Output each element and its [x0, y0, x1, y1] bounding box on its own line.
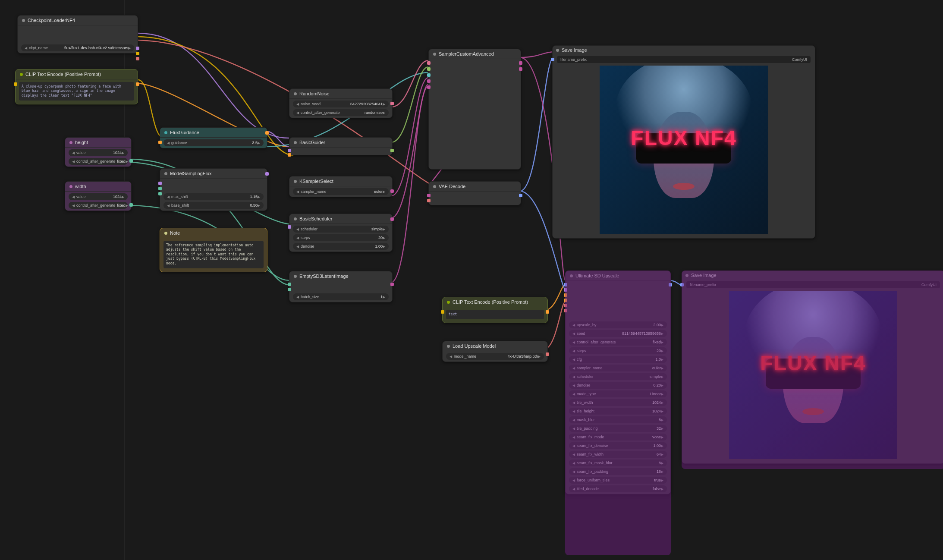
widget-steps[interactable]: ◀steps20▶: [293, 234, 389, 241]
image-preview: FLUX NF4: [600, 66, 768, 234]
node-title: width: [65, 182, 131, 192]
prompt-text[interactable]: text: [446, 310, 544, 319]
node-save-image-2[interactable]: Save Image filename_prefixComfyUI FLUX N…: [682, 271, 943, 464]
widget-seam_fix_mask_blur[interactable]: ◀seam_fix_mask_blur8▶: [569, 459, 667, 466]
node-basic-guider[interactable]: BasicGuider: [289, 137, 393, 155]
node-ksampler-select[interactable]: KSamplerSelect ◀sampler_nameeuler▶: [289, 176, 393, 197]
node-height[interactable]: height ◀value1024▶ ◀control_after_genera…: [65, 137, 132, 167]
node-title: Load Upscale Model: [443, 341, 547, 351]
widget-steps[interactable]: ◀steps20▶: [569, 347, 667, 354]
neon-text: FLUX NF4: [608, 126, 759, 150]
chevron-right-icon: ▶: [128, 46, 131, 50]
widget-seam_fix_width[interactable]: ◀seam_fix_width64▶: [569, 451, 667, 458]
widget-tile_height[interactable]: ◀tile_height1024▶: [569, 408, 667, 415]
node-title: FluxGuidance: [160, 128, 267, 138]
widget-scheduler[interactable]: ◀schedulersimple▶: [569, 373, 667, 380]
widget-ckpt-name[interactable]: ◀ ckpt_name flux/flux1-dev-bnb-nf4-v2.sa…: [21, 44, 134, 51]
widget-mode_type[interactable]: ◀mode_typeLinear▶: [569, 390, 667, 397]
widget-guidance[interactable]: ◀guidance3.5▶: [163, 139, 264, 146]
widget-seam_fix_padding[interactable]: ◀seam_fix_padding16▶: [569, 468, 667, 475]
widget-mask_blur[interactable]: ◀mask_blur8▶: [569, 416, 667, 423]
node-width[interactable]: width ◀value1024▶ ◀control_after_generat…: [65, 181, 132, 211]
node-vae-decode[interactable]: VAE Decode: [428, 181, 521, 205]
widget-cag[interactable]: ◀control_after_generaterandomize▶: [293, 109, 389, 116]
prompt-text[interactable]: A close-up cyberpunk photo featuring a f…: [19, 82, 134, 101]
widget-force_uniform_tiles[interactable]: ◀force_uniform_tilestrue▶: [569, 477, 667, 484]
node-title: Save Image: [553, 46, 815, 54]
widget-value[interactable]: ◀value1024▶: [69, 193, 128, 200]
node-title: EmptySD3LatentImage: [289, 271, 392, 281]
node-clip-positive[interactable]: CLIP Text Encode (Positive Prompt) A clo…: [15, 69, 138, 104]
widget-denoise[interactable]: ◀denoise0.20▶: [569, 382, 667, 389]
widget-filename-prefix[interactable]: filename_prefixComfyUI: [686, 281, 940, 288]
widget-seed[interactable]: ◀noise_seed642729203254041▶: [293, 101, 389, 107]
node-checkpoint-loader[interactable]: CheckpointLoaderNF4 ◀ ckpt_name flux/flu…: [17, 15, 138, 53]
widget-filename-prefix[interactable]: filename_prefixComfyUI: [557, 56, 811, 63]
node-title: RandomNoise: [289, 89, 392, 99]
note-text: The reference sampling implementation au…: [163, 241, 264, 268]
node-title: CLIP Text Encode (Positive Prompt): [443, 297, 547, 307]
widget-denoise[interactable]: ◀denoise1.00▶: [293, 243, 389, 250]
node-save-image[interactable]: Save Image filename_prefixComfyUI FLUX N…: [552, 45, 815, 239]
node-title: KSamplerSelect: [289, 176, 392, 186]
node-load-upscale[interactable]: Load Upscale Model ◀model_name4x-UltraSh…: [442, 341, 548, 362]
neon-text: FLUX NF4: [738, 351, 889, 375]
widget-tiled_decode[interactable]: ◀tiled_decodefalse▶: [569, 485, 667, 492]
widget-scheduler[interactable]: ◀schedulersimple▶: [293, 226, 389, 233]
widget-cag[interactable]: ◀control_after_generatefixed▶: [69, 202, 128, 209]
widget-cfg[interactable]: ◀cfg1.0▶: [569, 356, 667, 363]
node-title: BasicScheduler: [289, 214, 392, 224]
node-ultimate-sd-upscale[interactable]: Ultimate SD Upscale ◀upscale_by2.00▶◀see…: [565, 271, 671, 494]
node-title: Ultimate SD Upscale: [566, 271, 670, 281]
widget-batch-size[interactable]: ◀batch_size1▶: [293, 293, 389, 300]
widget-cag[interactable]: ◀control_after_generatefixed▶: [69, 158, 128, 165]
node-note[interactable]: Note The reference sampling implementati…: [160, 228, 267, 272]
node-title: VAE Decode: [429, 182, 521, 192]
node-empty-latent[interactable]: EmptySD3LatentImage ◀batch_size1▶: [289, 271, 393, 302]
node-sampler-custom-advanced[interactable]: SamplerCustomAdvanced: [428, 49, 521, 170]
node-title: CLIP Text Encode (Positive Prompt): [16, 69, 138, 79]
image-preview: FLUX NF4: [729, 291, 897, 459]
widget-upscale_by[interactable]: ◀upscale_by2.00▶: [569, 321, 667, 328]
widget-seam_fix_denoise[interactable]: ◀seam_fix_denoise1.00▶: [569, 442, 667, 449]
widget-control_after_generate[interactable]: ◀control_after_generatefixed▶: [569, 339, 667, 346]
node-title: ModelSamplingFlux: [160, 169, 267, 179]
widget-base-shift[interactable]: ◀base_shift0.50▶: [163, 202, 264, 209]
widget-max-shift[interactable]: ◀max_shift1.15▶: [163, 193, 264, 200]
node-random-noise[interactable]: RandomNoise ◀noise_seed642729203254041▶ …: [289, 88, 393, 118]
node-title: Note: [160, 228, 267, 238]
node-basic-scheduler[interactable]: BasicScheduler ◀schedulersimple▶ ◀steps2…: [289, 214, 393, 252]
node-title: BasicGuider: [289, 138, 392, 148]
node-model-sampling-flux[interactable]: ModelSamplingFlux ◀max_shift1.15▶ ◀base_…: [160, 168, 267, 211]
widget-tile_width[interactable]: ◀tile_width1024▶: [569, 399, 667, 406]
widget-sampler[interactable]: ◀sampler_nameeuler▶: [293, 188, 389, 195]
node-title: CheckpointLoaderNF4: [18, 16, 138, 25]
widget-value[interactable]: ◀value1024▶: [69, 149, 128, 156]
widget-tile_padding[interactable]: ◀tile_padding32▶: [569, 425, 667, 432]
node-title: height: [65, 138, 131, 148]
widget-seam_fix_mode[interactable]: ◀seam_fix_modeNone▶: [569, 434, 667, 440]
widget-seed[interactable]: ◀seed911459445713959656▶: [569, 330, 667, 337]
widget-sampler_name[interactable]: ◀sampler_nameeuler▶: [569, 365, 667, 371]
widget-model-name[interactable]: ◀model_name4x-UltraSharp.pth▶: [446, 353, 544, 360]
node-flux-guidance[interactable]: FluxGuidance ◀guidance3.5▶: [160, 127, 267, 148]
node-title: Save Image: [682, 271, 943, 280]
node-clip-positive-2[interactable]: CLIP Text Encode (Positive Prompt) text: [442, 297, 548, 323]
node-title: SamplerCustomAdvanced: [429, 49, 521, 59]
